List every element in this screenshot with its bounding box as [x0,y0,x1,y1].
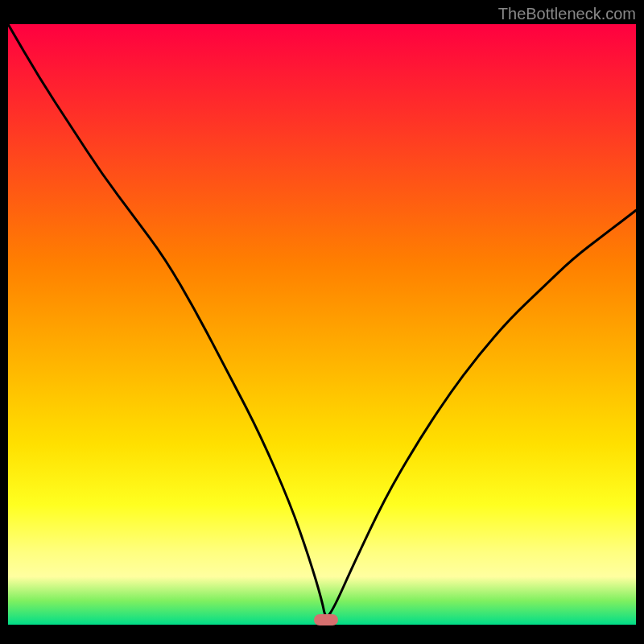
chart-curve-svg [8,24,636,625]
bottleneck-marker [314,614,338,625]
watermark-text: TheBottleneck.com [498,5,636,23]
curve-line [8,24,636,616]
chart-plot-area [8,24,636,625]
